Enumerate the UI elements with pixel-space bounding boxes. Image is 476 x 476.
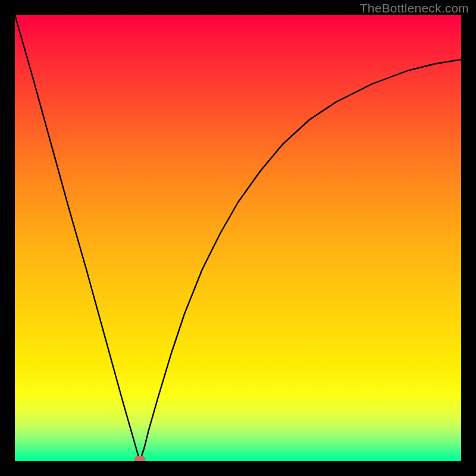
- bottleneck-curve: [15, 15, 461, 461]
- minimum-marker: [134, 456, 145, 461]
- chart-frame: TheBottleneck.com: [0, 0, 476, 476]
- watermark-text: TheBottleneck.com: [360, 1, 469, 15]
- curve-svg: [15, 15, 461, 461]
- plot-area: [15, 15, 461, 461]
